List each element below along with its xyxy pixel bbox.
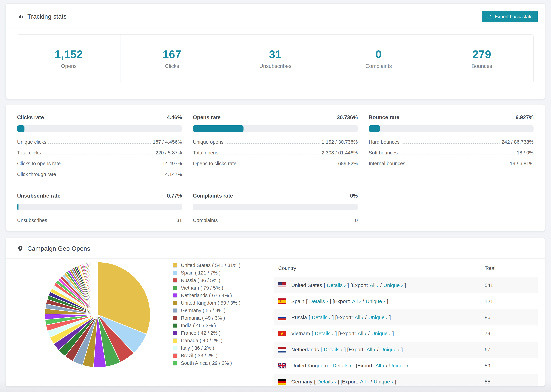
legend-item[interactable]: France ( 42 / 2% ): [173, 329, 262, 337]
export-unique-link[interactable]: Unique ›: [374, 379, 393, 385]
details-link[interactable]: Details ›: [309, 298, 328, 304]
country-total: 55: [480, 374, 538, 386]
export-all-link[interactable]: All ›: [358, 331, 367, 336]
bracket: [: [321, 347, 322, 352]
details-link[interactable]: Details ›: [317, 379, 336, 385]
legend-item[interactable]: Russia ( 86 / 5% ): [173, 277, 262, 284]
export-all-link[interactable]: All ›: [370, 282, 379, 288]
progress-fill: [17, 204, 19, 210]
legend-item[interactable]: Brazil ( 33 / 2% ): [173, 352, 262, 359]
rate-row: Internal bounces19 / 6.81%: [369, 158, 534, 169]
details-link[interactable]: Details ›: [315, 331, 334, 336]
bracket: [: [306, 298, 308, 304]
rate-row-label: Complaints: [193, 217, 218, 223]
export-unique-link[interactable]: Unique ›: [383, 282, 403, 288]
export-all-link[interactable]: All ›: [367, 347, 375, 352]
country-total: 59: [480, 358, 538, 374]
legend-swatch: [173, 346, 177, 350]
geo-title: Campaign Geo Opens: [27, 245, 90, 252]
rate-row-value: 19 / 6.81%: [510, 161, 534, 166]
bracket: /: [365, 315, 367, 320]
legend-item[interactable]: United Kingdom ( 59 / 3% ): [173, 299, 262, 307]
export-all-link[interactable]: All ›: [360, 379, 369, 385]
rate-row-value: 242 / 86.738%: [502, 139, 534, 145]
legend-item[interactable]: United States ( 541 / 31% ): [173, 261, 262, 269]
bracket: ]: [389, 315, 391, 320]
export-unique-link[interactable]: Unique ›: [368, 315, 388, 320]
country-name: Netherlands: [291, 347, 319, 352]
legend-label: Vietnam ( 79 / 5% ): [181, 285, 223, 291]
details-link[interactable]: Details ›: [333, 363, 352, 369]
stat-box-complaints: 0 Complaints: [327, 35, 430, 83]
rate-row-label: Internal bounces: [369, 161, 405, 166]
export-basic-stats-button[interactable]: Export basic stats: [482, 11, 538, 22]
geo-pie-chart: [33, 259, 162, 370]
details-link[interactable]: Details ›: [324, 347, 343, 352]
dotted-leader: [226, 143, 319, 144]
legend-item[interactable]: South Africa ( 29 / 2% ): [173, 359, 262, 367]
legend-item[interactable]: India ( 46 / 3% ): [173, 322, 262, 329]
country-name: Russia: [291, 315, 307, 320]
country-total: 79: [480, 325, 538, 342]
bracket: ]: [387, 298, 388, 304]
rate-row-label: Unique clicks: [17, 139, 46, 145]
legend-item[interactable]: Spain ( 121 / 7% ): [173, 269, 262, 277]
panel-value: 0.77%: [167, 193, 182, 199]
rate-row-label: Opens to clicks rate: [193, 161, 236, 166]
rate-row: Unique clicks167 / 4.456%: [17, 137, 182, 147]
export-unique-link[interactable]: Unique ›: [366, 298, 385, 304]
rate-row: Hard bounces242 / 86.738%: [369, 137, 534, 147]
legend-item[interactable]: Canada ( 40 / 2% ): [173, 337, 262, 344]
bracket: [: [324, 282, 325, 288]
legend-label: Russia ( 86 / 5% ): [181, 278, 220, 283]
table-row: Spain [Details ›] [Export:All ›/Unique ›…: [274, 293, 538, 309]
export-all-link[interactable]: All ›: [352, 298, 361, 304]
table-row: Vietnam [Details ›] [Export:All ›/Unique…: [274, 325, 538, 342]
rate-row: Clicks to opens rate14.497%: [17, 158, 182, 169]
export-all-link[interactable]: All ›: [375, 363, 384, 369]
bracket: ] [Export:: [332, 315, 353, 320]
table-row: United Kingdom [Details ›] [Export:All ›…: [274, 358, 538, 374]
panel-value: 4.46%: [167, 114, 182, 121]
legend-item[interactable]: Vietnam ( 79 / 5% ): [173, 284, 262, 292]
bracket: [: [309, 315, 310, 320]
legend-swatch: [173, 271, 177, 275]
stat-box-bounces: 279 Bounces: [430, 35, 533, 83]
legend-item[interactable]: Netherlands ( 67 / 4% ): [173, 292, 262, 299]
details-link[interactable]: Details ›: [327, 282, 346, 288]
rate-row: Total clicks220 / 5.87%: [17, 147, 182, 158]
stat-box-unsubscribes: 31 Unsubscribes: [224, 35, 327, 83]
export-unique-link[interactable]: Unique ›: [371, 331, 391, 336]
rate-row-value: 0: [355, 217, 358, 223]
export-unique-link[interactable]: Unique ›: [380, 347, 400, 352]
dotted-leader: [220, 222, 353, 222]
bracket: /: [363, 298, 364, 304]
bounces-count: 279: [473, 48, 491, 61]
dotted-leader: [402, 143, 500, 144]
rate-row: Click through rate4.147%: [17, 169, 182, 180]
rate-row-label: Click through rate: [17, 172, 56, 177]
legend-item[interactable]: Romania ( 49 / 3% ): [173, 314, 262, 322]
export-all-link[interactable]: All ›: [354, 315, 363, 320]
unsubscribes-count: 31: [269, 48, 282, 61]
tracking-stats-header: Tracking stats Export basic stats: [6, 4, 545, 29]
bracket: [: [312, 331, 313, 336]
spain-flag-icon: [278, 298, 286, 304]
legend-item[interactable]: Italy ( 36 / 2% ): [173, 344, 262, 352]
pie-slice: [97, 262, 98, 315]
details-link[interactable]: Details ›: [312, 315, 331, 320]
rate-row-label: Hard bounces: [369, 139, 400, 145]
geo-header: Campaign Geo Opens: [6, 238, 545, 259]
geo-pie-legend: United States ( 541 / 31% ) Spain ( 121 …: [173, 261, 262, 367]
export-unique-link[interactable]: Unique ›: [389, 363, 409, 369]
legend-label: Spain ( 121 / 7% ): [181, 270, 221, 276]
bracket: ]: [404, 282, 406, 288]
rate-row-label: Soft bounces: [369, 150, 398, 156]
rate-row-value: 4.147%: [165, 172, 182, 177]
legend-item[interactable]: Germany ( 55 / 3% ): [173, 307, 262, 314]
legend-swatch: [173, 293, 177, 298]
panel-value: 30.736%: [337, 114, 358, 121]
rate-row-label: Unsubscribes: [17, 217, 47, 223]
bracket: /: [380, 282, 381, 288]
opens-label: Opens: [61, 63, 77, 69]
